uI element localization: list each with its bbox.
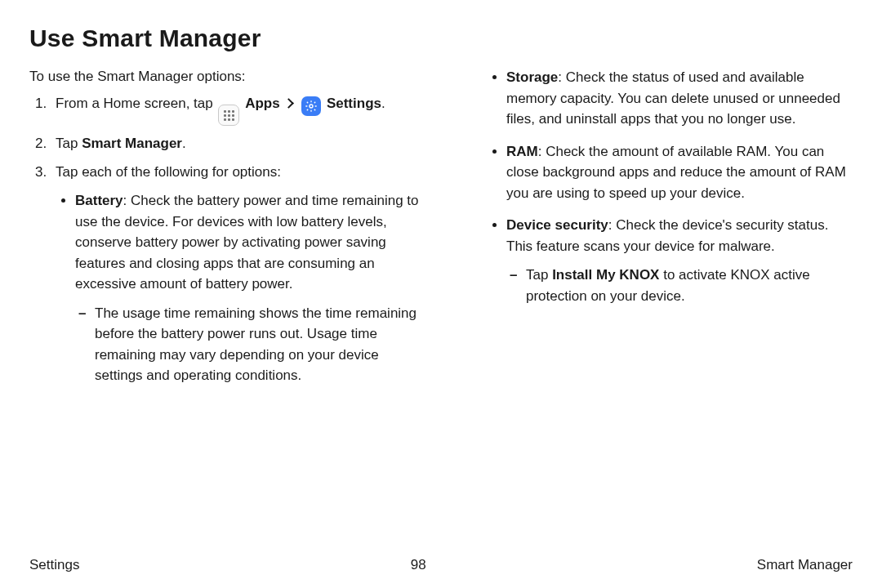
steps-list: From a Home screen, tap Apps Settings.	[29, 94, 423, 386]
battery-sub-item: The usage time remaining shows the time …	[95, 303, 423, 386]
storage-item: Storage: Check the status of used and av…	[506, 67, 853, 130]
step1-pre: From a Home screen, tap	[56, 96, 216, 111]
step-2: Tap Smart Manager.	[51, 134, 423, 154]
settings-label: Settings	[327, 96, 381, 111]
chevron-right-icon	[284, 98, 295, 109]
intro-text: To use the Smart Manager options:	[29, 67, 423, 87]
knox-sub-item: Tap Install My KNOX to activate KNOX act…	[526, 265, 853, 306]
step1-period: .	[381, 96, 385, 111]
footer-right: Smart Manager	[757, 557, 853, 573]
knox-bold: Install My KNOX	[552, 267, 659, 283]
options-list-right: Storage: Check the status of used and av…	[459, 67, 853, 306]
page-footer: Settings 98 Smart Manager	[29, 557, 853, 573]
ram-item: RAM: Check the amount of available RAM. …	[506, 141, 853, 204]
footer-left: Settings	[29, 557, 79, 573]
step3-text: Tap each of the following for options:	[56, 164, 281, 180]
battery-text: : Check the battery power and time remai…	[75, 193, 419, 292]
footer-page-number: 98	[411, 557, 426, 573]
page-title: Use Smart Manager	[29, 24, 853, 52]
ram-bold: RAM	[506, 144, 538, 159]
ram-text: : Check the amount of available RAM. You…	[506, 144, 846, 201]
step2-bold: Smart Manager	[82, 136, 182, 151]
step2-period: .	[182, 136, 186, 151]
step2-pre: Tap	[56, 136, 82, 151]
settings-icon	[301, 96, 321, 116]
security-bold: Device security	[506, 217, 608, 233]
security-item: Device security: Check the device's secu…	[506, 215, 853, 306]
battery-bold: Battery	[75, 193, 123, 208]
step-3: Tap each of the following for options: B…	[51, 163, 423, 386]
knox-prefix: Tap	[526, 267, 552, 283]
apps-icon	[218, 105, 239, 126]
apps-label: Apps	[245, 96, 280, 111]
storage-bold: Storage	[506, 69, 558, 85]
svg-point-0	[310, 105, 313, 108]
battery-item: Battery: Check the battery power and tim…	[75, 190, 423, 386]
step-1: From a Home screen, tap Apps Settings.	[51, 94, 423, 127]
